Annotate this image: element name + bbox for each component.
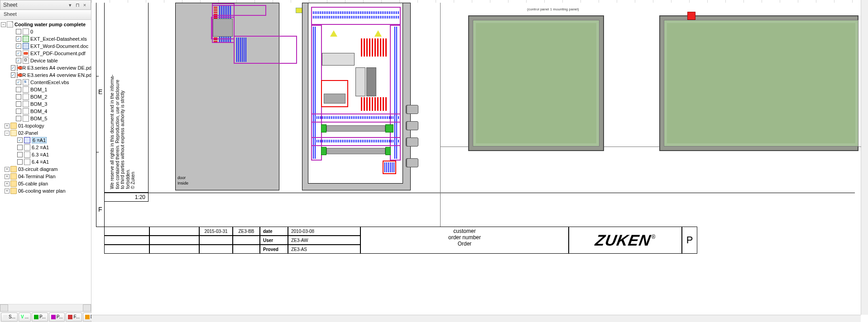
checkbox-icon[interactable]: ✓ — [11, 72, 15, 78]
bottom-tab[interactable]: S... — [1, 313, 18, 322]
horizontal-scrollbar[interactable] — [91, 315, 861, 322]
tree-item[interactable]: ✓BR E3.series A4 overview EN.pdf — [1, 71, 91, 79]
checkbox-icon[interactable]: ✓ — [16, 58, 21, 63]
drawing-canvas[interactable]: E F We reserve all rights in this docume… — [91, 3, 861, 315]
tree-item[interactable]: ✓Device table — [1, 57, 91, 64]
tb-brand-box: ZUKEN ® — [569, 227, 682, 254]
checkbox-icon[interactable] — [17, 152, 23, 157]
tree-item[interactable]: 0 — [1, 28, 91, 35]
tb-date-value: 2010-03-08 — [288, 227, 360, 236]
wiring-red-hatch — [361, 38, 388, 57]
expander-icon[interactable]: + — [5, 123, 10, 128]
checkbox-icon[interactable]: ✓ — [16, 80, 21, 85]
tab-v-icon: V — [21, 314, 24, 319]
wiring-red-hatch — [361, 97, 388, 111]
panel-dropdown-icon[interactable]: ▾ — [67, 2, 73, 8]
expander-icon[interactable]: + — [5, 167, 10, 172]
script-icon — [23, 79, 29, 85]
terminal-green — [321, 124, 326, 133]
row-label-e: E — [98, 89, 102, 95]
tree-folder[interactable]: +06-cooling water plan — [1, 187, 91, 194]
row-tick — [96, 76, 99, 76]
tree-item-selected[interactable]: ✓6 =A1 — [1, 137, 91, 144]
tree-folder[interactable]: +04-Terminal Plan — [1, 173, 91, 180]
tb-ordernum: order number — [361, 234, 568, 241]
tree-item[interactable]: ✓BR E3.series A4 overview DE.pdf — [1, 64, 91, 71]
tree-item[interactable]: 6.4 =A1 — [1, 158, 91, 166]
sheet-tree[interactable]: − Cooling water pump complete 0 ✓EXT_Exc… — [0, 20, 91, 304]
tree-item[interactable]: ✓EXT_PDF-Document.pdf — [1, 50, 91, 57]
panel-pin-icon[interactable]: ⊓ — [74, 2, 81, 8]
tree-item[interactable]: BOM_5 — [1, 115, 91, 122]
checkbox-icon[interactable]: ✓ — [17, 137, 23, 143]
folder-icon — [10, 188, 17, 194]
sheet-icon — [24, 152, 30, 158]
wiring-blue — [236, 38, 247, 62]
panel-door: door Inside — [175, 3, 279, 190]
tree-item[interactable]: 6.3 =A1 — [1, 151, 91, 158]
tab-color-icon — [68, 315, 72, 319]
tree-item[interactable]: BOM_3 — [1, 100, 91, 108]
rev-cell — [233, 245, 260, 254]
tb-user-label: User — [260, 236, 288, 245]
checkbox-icon[interactable] — [17, 159, 23, 165]
checkbox-icon[interactable] — [16, 94, 21, 99]
tree-root[interactable]: − Cooling water pump complete — [1, 21, 91, 28]
checkbox-icon[interactable]: ✓ — [16, 51, 21, 56]
door-label-1: door — [177, 175, 186, 180]
rev-cell — [233, 236, 260, 245]
sheet-panel-header[interactable]: Sheet ▾ ⊓ × — [0, 0, 91, 10]
tree-item[interactable]: BOM_2 — [1, 93, 91, 100]
sheet-icon — [24, 144, 30, 151]
tree-item[interactable]: BOM_4 — [1, 108, 91, 115]
tab-color-icon — [3, 315, 8, 319]
tree-folder[interactable]: +01-topology — [1, 122, 91, 129]
rev-cell — [149, 245, 199, 254]
drawing-viewport[interactable]: E F We reserve all rights in this docume… — [91, 0, 868, 322]
terminal-green — [385, 147, 391, 155]
checkbox-icon[interactable]: ✓ — [11, 65, 15, 71]
expander-icon[interactable]: + — [5, 181, 10, 186]
tree-item[interactable]: 6.2 =A1 — [1, 144, 91, 151]
vertical-scrollbar[interactable] — [861, 0, 868, 315]
tree-folder[interactable]: +03-circuit diagram — [1, 166, 91, 173]
tab-color-icon — [51, 315, 56, 319]
tab-color-icon — [85, 315, 90, 319]
terminal-green — [321, 147, 326, 155]
checkbox-icon[interactable] — [16, 116, 21, 121]
panel-close-icon[interactable]: × — [82, 2, 88, 8]
expander-icon[interactable]: + — [5, 174, 10, 179]
sidebar-hscrollbar[interactable] — [0, 304, 91, 311]
tree-item[interactable]: ✓EXT_Excel-Datasheet.xls — [1, 35, 91, 43]
bottom-tab[interactable]: P... — [32, 313, 48, 322]
bottom-tab[interactable]: VV...... — [19, 313, 31, 322]
pdf-icon — [23, 50, 29, 57]
sheet-icon — [23, 101, 29, 107]
checkbox-icon[interactable] — [16, 101, 21, 107]
expander-icon[interactable]: + — [5, 189, 10, 194]
tree-item[interactable]: ✓ContentExcel.vbs — [1, 79, 91, 86]
checkbox-icon[interactable] — [17, 145, 23, 150]
folder-open-icon — [10, 130, 17, 136]
tree-item[interactable]: BOM_1 — [1, 86, 91, 93]
bottom-tab[interactable]: F... — [66, 313, 82, 322]
sheet-tab[interactable]: Sheet — [0, 10, 91, 20]
checkbox-icon[interactable]: ✓ — [16, 36, 21, 42]
checkbox-icon[interactable]: ✓ — [16, 43, 21, 49]
wiring-blue — [313, 16, 399, 19]
tree-folder[interactable]: −02-Panel — [1, 129, 91, 137]
sheet-icon — [23, 94, 29, 100]
divider-vertical — [440, 3, 441, 227]
sheet-icon — [23, 108, 29, 114]
sheet-icon — [23, 86, 29, 93]
expander-icon[interactable]: − — [1, 22, 6, 27]
checkbox-icon[interactable] — [16, 87, 21, 92]
checkbox-icon[interactable] — [16, 29, 21, 34]
cabinet-1 — [468, 15, 604, 151]
frame-line — [149, 193, 855, 193]
checkbox-icon[interactable] — [16, 109, 21, 114]
tree-folder[interactable]: +05-cable plan — [1, 180, 91, 187]
bottom-tab[interactable]: P... — [49, 313, 65, 322]
expander-icon[interactable]: − — [5, 131, 10, 136]
tree-item[interactable]: ✓EXT_Word-Document.doc — [1, 43, 91, 50]
